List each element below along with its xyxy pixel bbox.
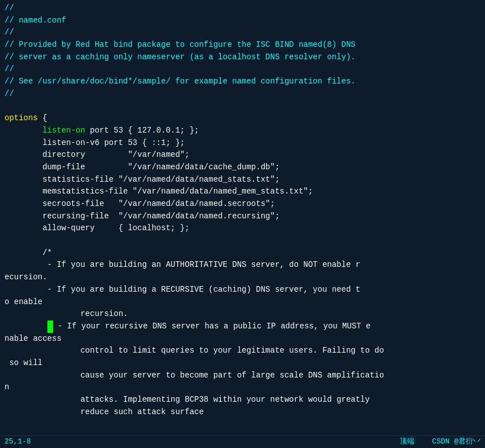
line-34: reduce such attack surface	[0, 406, 485, 419]
line-29: control to limit queries to your legitim…	[0, 345, 485, 357]
line-31: cause your server to become part of larg…	[0, 370, 485, 382]
line-27: - If your recursive DNS server has a pub…	[0, 320, 485, 333]
line-4: // Provided by Red Hat bind package to c…	[0, 39, 485, 51]
line-8: //	[0, 88, 485, 100]
line-11: listen-on port 53 { 127.0.0.1; };	[0, 125, 485, 137]
line-32: n	[0, 381, 485, 394]
code-area[interactable]: // // named.conf // // Provided by Red H…	[0, 0, 485, 436]
line-26: recursion.	[0, 308, 485, 320]
line-21: /*	[0, 247, 485, 260]
line-14: dump-file "/var/named/data/cache_dump.db…	[0, 161, 485, 174]
status-info: 顶端 CSDN @君衍丷	[400, 437, 480, 447]
line-22: - If you are building an AUTHORITATIVE D…	[0, 259, 485, 271]
status-mode: 顶端	[400, 437, 414, 446]
line-28: nable access	[0, 333, 485, 345]
line-19: allow-query { localhost; };	[0, 222, 485, 235]
line-20	[0, 235, 485, 247]
line-23: ecursion.	[0, 271, 485, 284]
line-13: directory "/var/named";	[0, 149, 485, 161]
line-15: statistics-file "/var/named/data/named_s…	[0, 174, 485, 186]
line-5: // server as a caching only nameserver (…	[0, 51, 485, 64]
line-3: //	[0, 27, 485, 39]
line-9	[0, 100, 485, 113]
line-18: recursing-file "/var/named/data/named.re…	[0, 210, 485, 223]
cursor	[47, 320, 53, 333]
status-bar: 25,1-8 顶端 CSDN @君衍丷	[0, 436, 485, 448]
status-position: 25,1-8	[5, 437, 31, 447]
line-12: listen-on-v6 port 53 { ::1; };	[0, 137, 485, 150]
line-10: options {	[0, 112, 485, 125]
line-2: // named.conf	[0, 15, 485, 27]
keyword-options: options	[5, 113, 38, 122]
line-24: - If you are building a RECURSIVE (cachi…	[0, 284, 485, 296]
line-17: secroots-file "/var/named/data/named.sec…	[0, 198, 485, 210]
prop-listen-on: listen-on	[42, 126, 85, 135]
status-watermark: CSDN @君衍丷	[432, 437, 480, 446]
line-25: o enable	[0, 296, 485, 309]
line-7: // See /usr/share/doc/bind*/sample/ for …	[0, 76, 485, 88]
line-16: memstatistics-file "/var/named/data/name…	[0, 186, 485, 198]
editor-container: // // named.conf // // Provided by Red H…	[0, 0, 485, 448]
line-33: attacks. Implementing BCP38 within your …	[0, 394, 485, 406]
line-6: //	[0, 63, 485, 76]
line-1: //	[0, 2, 485, 15]
line-30: so will	[0, 357, 485, 370]
